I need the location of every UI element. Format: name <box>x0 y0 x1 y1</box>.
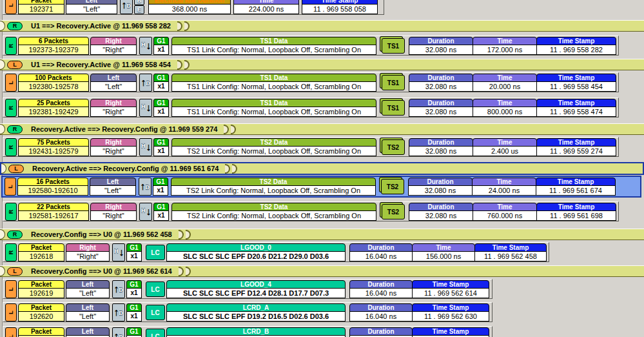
time-value: 172.000 ns <box>473 45 537 55</box>
state-row[interactable]: LRecovery.Config ==> U0 @ 11.969 562 614 <box>0 265 644 277</box>
field-cell: TS1 DataTS1 Link Config: Normal, Loopbac… <box>171 74 376 92</box>
state-arc <box>179 267 184 276</box>
lane-count: x1 <box>126 251 142 261</box>
state-arc <box>184 21 190 31</box>
ts-badge: TS1 <box>382 100 405 116</box>
trace-row[interactable]: LPacketLeft↑DG1x1LCLCRD_BDurationTime St… <box>3 326 493 337</box>
state-transition-label: Recovery.Config ==> U0 @ 11.969 562 458 <box>31 230 172 238</box>
time-stamp-value: 11 . 969 561 698 <box>536 210 616 221</box>
arrow-letter: D <box>146 184 150 190</box>
field-cell: Duration32.080 ns <box>409 74 473 92</box>
field-cell: TS2 DataTS2 Link Config: Normal, Loopbac… <box>171 178 376 196</box>
field-cell: Packet192371 <box>18 0 64 14</box>
field-cell: Packet192618 <box>18 243 64 261</box>
generation-stack: G1x1 <box>126 280 142 298</box>
up-arrow-icon: ↑ <box>121 0 126 13</box>
generation-stack: G1x1 <box>153 99 169 117</box>
field-cell: Time Stamp11 . 969 561 698 <box>536 203 616 221</box>
time-stamp-value: 11 . 969 558 454 <box>536 81 616 92</box>
state-left-arc <box>0 59 5 70</box>
trace-row[interactable]: L16 Packets192580-192610Left"Left"↑DG1x1… <box>1 176 641 198</box>
state-arc <box>224 125 229 134</box>
state-row[interactable]: RRecovery.Active ==> Recovery.Config @ 1… <box>0 123 644 135</box>
trace-row[interactable]: RPacket192618Right"Right"↓HG1x1LCLGOOD_0… <box>3 242 549 262</box>
ts-badge: TS2 <box>382 204 405 220</box>
field-cell: Packet <box>18 327 64 337</box>
field-cell: Time172.000 ns <box>473 37 537 55</box>
state-row[interactable]: LRecovery.Active ==> Recovery.Config @ 1… <box>0 162 644 175</box>
trace-row[interactable]: LPacket192619Left"Left"↑DG1x1LCLGOOD_4SL… <box>3 279 493 299</box>
link-side-indicator: L <box>5 303 17 322</box>
trace-row[interactable]: R75 Packets192431-192579Right"Right"↓HG1… <box>3 137 619 157</box>
field-cell: Right"Right" <box>90 99 137 117</box>
field-cell: Right"Right" <box>90 138 137 156</box>
ts-badge: TS1 <box>382 38 405 54</box>
state-left-arc <box>0 124 5 134</box>
state-arc <box>186 267 191 276</box>
link-side-indicator: L <box>5 280 17 298</box>
field-cell: Right"Right" <box>66 243 110 261</box>
state-collapse-toggle[interactable]: L <box>8 165 24 173</box>
state-collapse-toggle[interactable]: L <box>7 267 23 276</box>
direction-arrow-box: ↓H <box>139 37 152 55</box>
up-arrow-icon: ↑ <box>113 328 119 337</box>
ts-badge: TS1 <box>382 75 405 90</box>
state-row[interactable]: RU1 ==> Recovery.Active @ 11.969 558 282 <box>0 20 644 32</box>
field-cell: 100 Packets192380-192578 <box>18 74 89 92</box>
trace-row[interactable]: LPacket192620Left"Left"↑DG1x1LCLCRD_ASLC… <box>3 302 493 322</box>
state-row[interactable]: LU1 ==> Recovery.Active @ 11.969 558 454 <box>0 59 644 70</box>
metrics-group: Duration16.040 nsTime Stamp11 . 969 562 … <box>349 280 489 298</box>
arrow-letter: H <box>141 143 146 149</box>
up-arrow-icon: ↑ <box>113 304 119 320</box>
field-cell: Time Stamp11 . 969 558 282 <box>536 37 616 55</box>
state-collapse-toggle[interactable]: L <box>7 61 23 69</box>
field-cell: Duration32.080 ns <box>409 37 473 55</box>
lane-count: x1 <box>153 45 169 55</box>
state-row[interactable]: RRecovery.Config ==> U0 @ 11.969 562 458 <box>0 229 644 240</box>
time-stamp-value: 11 . 969 562 614 <box>412 288 489 298</box>
packet-range-value: 192381-192429 <box>18 107 89 117</box>
arrow-letter: H <box>114 248 119 254</box>
metrics-group: Duration32.080 nsTime20.000 nsTime Stamp… <box>409 74 616 92</box>
state-arc <box>186 230 191 240</box>
up-arrow-icon: ↑ <box>141 74 146 90</box>
duration-value: 16.040 ns <box>349 251 413 261</box>
side-letter: L <box>8 334 14 337</box>
port-direction-value: "Right" <box>90 45 137 55</box>
trace-row[interactable]: LPacket192371Left"Left"↑DBEElectrical Id… <box>3 0 384 15</box>
trace-row[interactable]: R22 Packets192581-192617Right"Right"↓HG1… <box>3 201 619 221</box>
field-cell: Left"Left" <box>66 303 110 322</box>
time-stamp-value: 11 . 969 562 630 <box>412 311 489 322</box>
trace-row[interactable]: L100 Packets192380-192578Left"Left"↑DG1x… <box>3 72 619 92</box>
lane-count: x1 <box>126 311 142 322</box>
metrics-group: Duration32.080 nsTime2.400 usTime Stamp1… <box>409 138 616 156</box>
state-collapse-toggle[interactable]: R <box>7 22 23 30</box>
link-side-indicator: R <box>5 138 17 156</box>
duration-value: 16.040 ns <box>349 311 413 322</box>
payload-value: TS1 Link Config: Normal, Loopback Off, S… <box>171 45 376 55</box>
up-arrow-icon: ↑ <box>113 281 119 297</box>
field-cell: Time156.000 ns <box>412 243 475 261</box>
state-transition-label: Recovery.Active ==> Recovery.Config @ 11… <box>31 125 217 133</box>
field-cell: Duration32.080 ns <box>408 178 473 196</box>
port-direction-value: "Right" <box>66 251 110 261</box>
arrow-letter: H <box>141 41 146 48</box>
field-cell: Time Stamp11 . 969 559 274 <box>536 138 616 156</box>
field-cell: 75 Packets192431-192579 <box>18 138 89 156</box>
state-transition-label: Recovery.Config ==> U0 @ 11.969 562 614 <box>31 267 172 275</box>
trace-row[interactable]: R25 Packets192381-192429Right"Right"↓HG1… <box>3 97 619 117</box>
field-cell: Time Stamp11 . 969 558 454 <box>536 74 616 92</box>
metrics-group: Electrical Idle Duration368.000 nsTime22… <box>148 0 378 14</box>
field-cell: Duration32.080 ns <box>409 203 473 221</box>
time-value: 24.000 ns <box>472 185 536 196</box>
side-letter: L <box>8 81 14 85</box>
state-collapse-toggle[interactable]: R <box>7 125 23 134</box>
trace-row[interactable]: R6 Packets192373-192379Right"Right"↓HG1x… <box>3 36 619 56</box>
direction-arrow-box: ↑D <box>139 178 151 196</box>
side-letter: L <box>8 3 14 7</box>
payload-value: SLC SLC SLC EPF D20.6 D21.2 D29.0 D03.6 <box>166 251 346 261</box>
side-letter: L <box>7 185 14 189</box>
payload-value: TS2 Link Config: Normal, Loopback Off, S… <box>171 185 376 196</box>
state-collapse-toggle[interactable]: R <box>7 230 23 239</box>
ts-badge: TS2 <box>382 139 405 155</box>
